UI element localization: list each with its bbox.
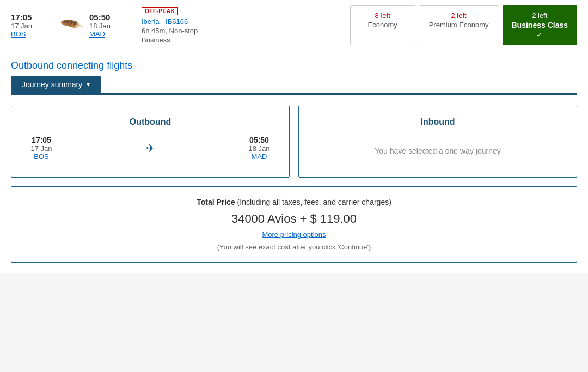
outbound-dep-airport[interactable]: BOS: [34, 153, 48, 161]
iberia-feather-icon: 🪶: [59, 13, 85, 38]
flight-duration: 6h 45m, Non-stop: [142, 27, 229, 35]
departure-time: 17:05: [11, 13, 54, 22]
outbound-summary-card: Outbound 17:05 17 Jan BOS ✈ 05:50 18 Jan…: [11, 106, 290, 178]
arrival-info: 05:50 18 Jan MAD: [89, 13, 133, 38]
price-title-rest: (Including all taxes, fees, and carrier …: [235, 198, 391, 206]
flight-details: OFF-PEAK Iberia - IB6166 6h 45m, Non-sto…: [142, 7, 229, 44]
journey-summary-button[interactable]: Journey summary ▾: [11, 76, 101, 93]
outbound-arr-airport[interactable]: MAD: [252, 153, 267, 161]
journey-summary-bar: Journey summary ▾: [11, 76, 577, 93]
arrival-date: 18 Jan: [89, 22, 133, 30]
off-peak-badge: OFF-PEAK: [142, 7, 178, 15]
arrival-time: 05:50: [89, 13, 133, 22]
outbound-arr-date: 18 Jan: [248, 144, 270, 153]
economy-class-name: Economy: [359, 21, 406, 29]
price-note: (You will see exact cost after you click…: [22, 243, 566, 251]
price-title-bold: Total Price: [197, 198, 235, 206]
more-pricing-link[interactable]: More pricing options: [22, 230, 566, 239]
airline-logo: 🪶: [63, 17, 81, 34]
economy-seats-left: 8 left: [359, 11, 406, 20]
summary-area: Outbound 17:05 17 Jan BOS ✈ 05:50 18 Jan…: [0, 95, 588, 273]
plane-icon-container: ✈: [146, 142, 155, 155]
business-class-name: Business Class: [512, 21, 568, 29]
departure-date: 17 Jan: [11, 22, 54, 30]
airline-link[interactable]: Iberia - IB6166: [142, 17, 229, 26]
outbound-arr-col: 05:50 18 Jan MAD: [240, 136, 278, 161]
departure-airport[interactable]: BOS: [11, 30, 54, 38]
flight-cabin: Business: [142, 36, 229, 44]
business-checkmark: ✓: [512, 31, 568, 39]
flight-row-section: 17:05 17 Jan BOS 🪶 05:50 18 Jan MAD OFF-…: [0, 0, 588, 51]
business-fare-card[interactable]: 2 left Business Class ✓: [503, 5, 578, 45]
chevron-down-icon: ▾: [87, 81, 90, 88]
journey-summary-label: Journey summary: [22, 80, 82, 89]
outbound-dep-date: 17 Jan: [30, 144, 52, 153]
flight-row: 17:05 17 Jan BOS 🪶 05:50 18 Jan MAD OFF-…: [11, 5, 577, 45]
inbound-card-title: Inbound: [310, 117, 566, 127]
connecting-header: Outbound connecting flights Journey summ…: [0, 51, 588, 95]
price-title: Total Price (Including all taxes, fees, …: [22, 198, 566, 206]
plane-icon: ✈: [146, 142, 155, 154]
inbound-message: You have selected a one way journey: [310, 136, 566, 166]
outbound-times-row: 17:05 17 Jan BOS ✈ 05:50 18 Jan MAD: [22, 136, 278, 161]
outbound-card-title: Outbound: [22, 117, 278, 127]
fare-options: 8 left Economy 2 left Premium Economy 2 …: [350, 5, 577, 45]
arrival-airport[interactable]: MAD: [89, 30, 133, 38]
outbound-dep-time: 17:05: [25, 136, 58, 144]
economy-fare-card[interactable]: 8 left Economy: [350, 5, 415, 45]
outbound-dep-col: 17:05 17 Jan BOS: [22, 136, 60, 161]
departure-info: 17:05 17 Jan BOS: [11, 13, 54, 38]
price-card: Total Price (Including all taxes, fees, …: [11, 186, 577, 263]
inbound-summary-card: Inbound You have selected a one way jour…: [298, 106, 577, 178]
premium-economy-seats-left: 2 left: [429, 11, 489, 20]
connecting-title: Outbound connecting flights: [11, 60, 577, 71]
price-value: 34000 Avios + $ 119.00: [22, 212, 566, 226]
outbound-arr-time: 05:50: [243, 136, 275, 144]
premium-economy-class-name: Premium Economy: [429, 21, 489, 29]
summary-cards-row: Outbound 17:05 17 Jan BOS ✈ 05:50 18 Jan…: [11, 106, 577, 178]
premium-economy-fare-card[interactable]: 2 left Premium Economy: [420, 5, 498, 45]
business-seats-left: 2 left: [512, 11, 568, 20]
